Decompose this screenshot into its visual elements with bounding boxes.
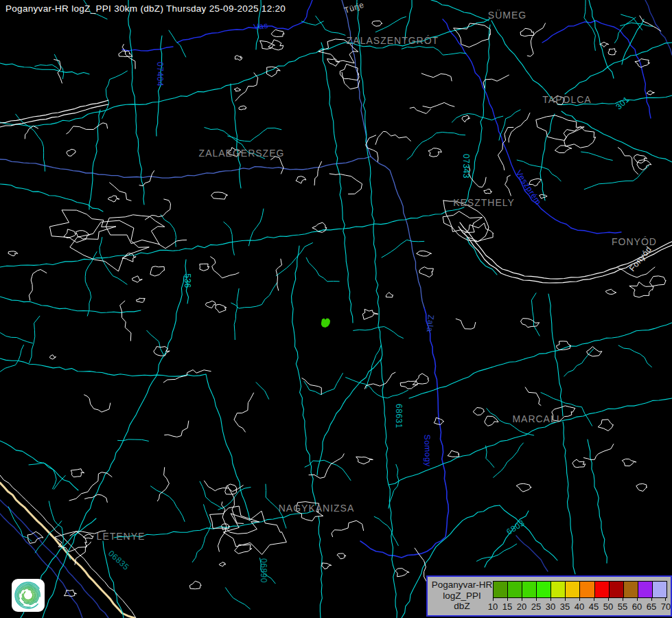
legend-site-name: Poganyvar-HR xyxy=(430,580,494,591)
map-label-somogy: Somogy xyxy=(422,434,433,466)
map-label-07404: 07404 xyxy=(155,62,165,87)
radar-map-stage: Poganyvar-HR logZ_PPI 30km (dbZ) Thursda… xyxy=(0,0,672,618)
city-label-sumeg: SÜMEG xyxy=(488,10,526,21)
city-label-fonyod: FONYÓD xyxy=(612,236,657,247)
map-label-zala: Zala xyxy=(425,314,436,332)
map-label-68631: 68631 xyxy=(394,404,404,428)
legend-tick-label: 25 xyxy=(531,602,541,612)
legend-tick-label: 40 xyxy=(575,602,584,612)
legend-color-cell xyxy=(566,582,580,597)
legend-tick-label: 10 xyxy=(488,602,498,612)
legend-tick-label: 60 xyxy=(632,602,642,612)
radar-map xyxy=(0,0,672,618)
legend-tick xyxy=(507,598,508,601)
spiral-logo-icon xyxy=(12,579,45,612)
legend-color-cell xyxy=(522,582,537,597)
map-label-06890: 06890 xyxy=(259,558,268,583)
legend-tick-label: 30 xyxy=(546,602,555,612)
map-label-vas: Vas xyxy=(253,21,268,32)
legend-tick xyxy=(665,598,666,601)
legend-tick xyxy=(623,598,623,601)
legend-product-name: logZ_PPI xyxy=(430,591,494,602)
legend-color-cell xyxy=(508,582,522,597)
legend-tick xyxy=(651,598,652,601)
legend-tick-label: 65 xyxy=(647,602,656,612)
legend-tick xyxy=(608,598,609,601)
legend-tick xyxy=(594,598,594,601)
legend-panel: Poganyvar-HR logZ_PPI dbZ 10152025303540… xyxy=(426,575,672,617)
legend-tick xyxy=(551,598,551,601)
legend-color-cell xyxy=(494,582,508,597)
legend-tick-label: 15 xyxy=(502,602,512,612)
legend-tick xyxy=(493,598,494,601)
legend-tick xyxy=(565,598,566,601)
legend-color-cell xyxy=(551,582,566,597)
legend-tick-label: 70 xyxy=(661,602,671,612)
legend-color-cell xyxy=(595,582,610,597)
city-label-marcali: MARCALI xyxy=(512,413,559,424)
city-label-keszthely: KESZTHELY xyxy=(453,197,515,208)
met-service-logo xyxy=(12,579,45,612)
legend-tick xyxy=(579,598,580,601)
city-label-nagykanizsa: NAGYKANIZSA xyxy=(279,503,355,514)
legend-tick-label: 45 xyxy=(589,602,599,612)
city-label-zalaegerszeg: ZALAEGERSZEG xyxy=(199,148,285,159)
map-label-07343: 07343 xyxy=(461,154,471,179)
legend-text: Poganyvar-HR logZ_PPI dbZ xyxy=(430,580,494,612)
map-label-536: 536 xyxy=(183,273,192,288)
legend-color-cell xyxy=(638,582,653,597)
legend-colorbar xyxy=(493,581,667,598)
legend-color-cell xyxy=(653,582,667,597)
legend-tick-label: 20 xyxy=(517,602,526,612)
legend-tick xyxy=(637,598,638,601)
legend-color-cell xyxy=(537,582,551,597)
legend-color-cell xyxy=(610,582,624,597)
city-label-letenye: LETENYE xyxy=(97,531,146,542)
legend-unit: dbZ xyxy=(430,601,494,612)
city-label-tapolca: TAPOLCA xyxy=(542,94,591,105)
legend-color-cell xyxy=(624,582,638,597)
city-label-zalaszentgrot: ZALASZENTGRÓT xyxy=(347,35,439,46)
legend-tick xyxy=(522,598,522,601)
legend-tick-labels: 10152025303540455055606570 xyxy=(493,602,667,613)
legend-tick-label: 35 xyxy=(560,602,570,612)
legend-tick-label: 55 xyxy=(618,602,627,612)
legend-tick xyxy=(536,598,537,601)
legend-color-cell xyxy=(580,582,594,597)
product-title: Poganyvar-HR logZ_PPI 30km (dbZ) Thursda… xyxy=(5,3,286,14)
legend-tick-label: 50 xyxy=(603,602,613,612)
